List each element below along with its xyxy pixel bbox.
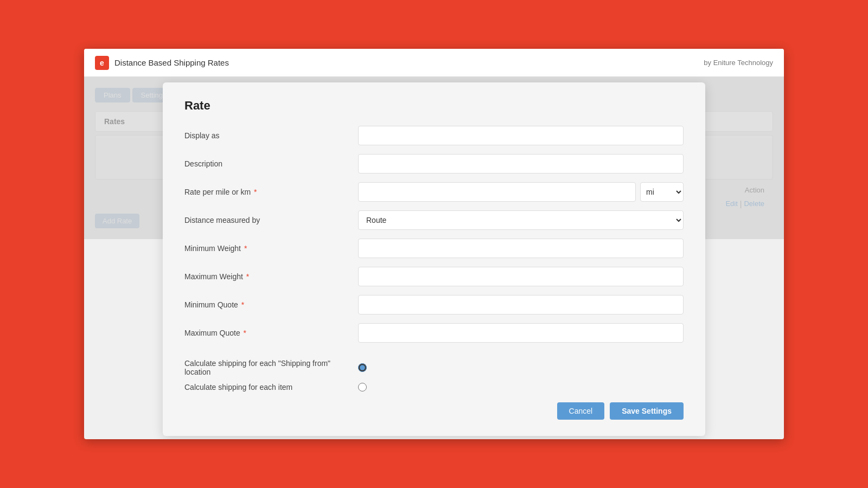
save-settings-button[interactable]: Save Settings [610, 402, 684, 420]
description-label: Description [184, 159, 358, 168]
max-weight-input[interactable] [358, 267, 684, 286]
content-area: Plans Settings Rates Rates Action Edit |… [84, 77, 784, 239]
app-title: Distance Based Shipping Rates [114, 58, 229, 67]
max-quote-required: * [241, 329, 246, 337]
radio-row-each-item: Calculate shipping for each item [184, 383, 684, 391]
display-as-label: Display as [184, 131, 358, 140]
rate-input-group: mi km [358, 182, 684, 202]
description-row: Description [184, 154, 684, 174]
rate-per-mile-input[interactable] [358, 182, 636, 202]
cancel-button[interactable]: Cancel [557, 402, 605, 420]
form-spacer [184, 351, 684, 359]
header: e Distance Based Shipping Rates by Enitu… [84, 49, 784, 77]
max-weight-label: Maximum Weight * [184, 272, 358, 281]
max-weight-row: Maximum Weight * [184, 267, 684, 286]
max-quote-row: Maximum Quote * [184, 323, 684, 343]
min-quote-row: Minimum Quote * [184, 295, 684, 314]
max-quote-label: Maximum Quote * [184, 329, 358, 337]
rate-per-mile-row: Rate per mile or km * mi km [184, 182, 684, 202]
min-weight-input[interactable] [358, 239, 684, 258]
display-as-row: Display as [184, 126, 684, 145]
description-input[interactable] [358, 154, 684, 174]
distance-measured-label: Distance measured by [184, 216, 358, 224]
min-quote-label: Minimum Quote * [184, 300, 358, 309]
min-quote-required: * [239, 300, 244, 309]
app-brand: by Eniture Technology [704, 59, 773, 67]
modal-footer: Cancel Save Settings [184, 402, 684, 420]
modal-overlay: Rate Display as Description Rate per mil… [84, 77, 784, 239]
radio-each-item-input[interactable] [358, 383, 367, 391]
header-left: e Distance Based Shipping Rates [95, 56, 229, 70]
min-quote-input[interactable] [358, 295, 684, 314]
max-weight-required: * [244, 272, 249, 281]
browser-window: e Distance Based Shipping Rates by Enitu… [84, 49, 784, 439]
unit-select[interactable]: mi km [640, 182, 684, 202]
min-weight-row: Minimum Weight * [184, 239, 684, 258]
rate-modal: Rate Display as Description Rate per mil… [163, 82, 705, 436]
rate-per-mile-label: Rate per mile or km * [184, 188, 358, 196]
distance-measured-select[interactable]: Route Straight Line [358, 210, 684, 230]
min-weight-required: * [242, 244, 247, 253]
app-logo-icon: e [95, 56, 109, 70]
rate-per-mile-required: * [252, 188, 257, 196]
max-quote-input[interactable] [358, 323, 684, 343]
radio-row-shipping-from: Calculate shipping for each "Shipping fr… [184, 359, 684, 376]
distance-measured-row: Distance measured by Route Straight Line [184, 210, 684, 230]
radio-each-item-label: Calculate shipping for each item [184, 383, 358, 391]
display-as-input[interactable] [358, 126, 684, 145]
modal-title: Rate [184, 99, 684, 113]
radio-shipping-from-input[interactable] [358, 363, 367, 372]
radio-shipping-from-label: Calculate shipping for each "Shipping fr… [184, 359, 358, 376]
min-weight-label: Minimum Weight * [184, 244, 358, 253]
